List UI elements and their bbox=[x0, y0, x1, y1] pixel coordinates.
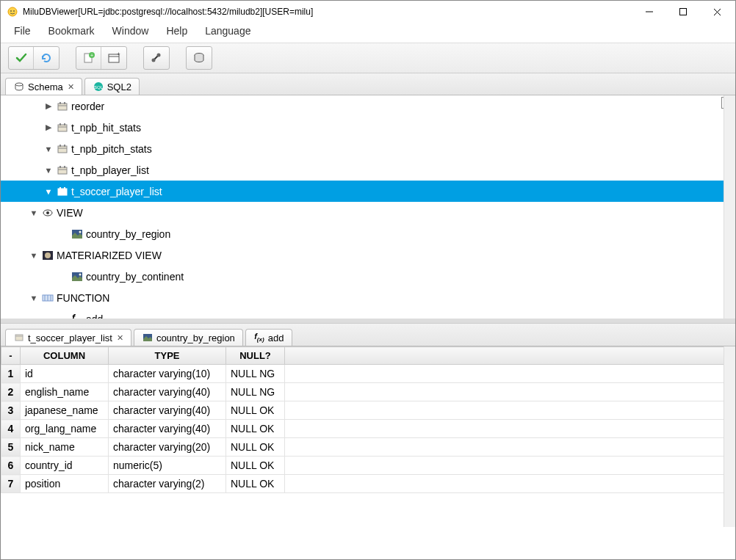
tab-label: country_by_region bbox=[156, 332, 235, 343]
eye-icon bbox=[42, 207, 54, 219]
bottom-tab-table[interactable]: t_soccer_player_list ✕ bbox=[5, 329, 131, 346]
tree-item[interactable]: ▶reorder bbox=[1, 95, 735, 117]
menu-bookmark[interactable]: Bookmark bbox=[48, 25, 95, 37]
tree-pane: 1 ▶reorder▶t_npb_hit_stats▼t_npb_pitch_s… bbox=[1, 95, 735, 323]
table-icon bbox=[57, 143, 68, 155]
svg-rect-31 bbox=[58, 167, 67, 174]
table-row[interactable]: 6country_idnumeric(5)NULL OK bbox=[1, 457, 735, 475]
column-cell: country_id bbox=[21, 457, 109, 475]
tree-item-label: FUNCTION bbox=[57, 292, 109, 304]
minimize-button[interactable] bbox=[632, 1, 666, 23]
col-header-null[interactable]: NULL? bbox=[226, 347, 285, 365]
svg-point-40 bbox=[46, 211, 49, 214]
tree-item-label: reorder bbox=[71, 101, 104, 112]
menu-window[interactable]: Window bbox=[112, 25, 149, 37]
connect-button[interactable] bbox=[144, 47, 169, 69]
tree-item[interactable]: f(x)add bbox=[1, 308, 735, 323]
disclosure-icon[interactable]: ▼ bbox=[43, 187, 54, 196]
col-header-column[interactable]: COLUMN bbox=[21, 347, 109, 365]
svg-point-16 bbox=[15, 83, 23, 86]
table-icon bbox=[13, 332, 25, 343]
svg-point-1 bbox=[10, 10, 12, 12]
tab-schema[interactable]: Schema ✕ bbox=[5, 78, 82, 95]
svg-rect-19 bbox=[58, 103, 67, 110]
rownum-cell: 4 bbox=[1, 420, 21, 438]
col-header-rownum[interactable]: - bbox=[1, 347, 21, 365]
close-icon[interactable]: ✕ bbox=[117, 333, 123, 343]
scrollbar[interactable] bbox=[724, 95, 735, 319]
confirm-button[interactable] bbox=[9, 47, 34, 69]
bottom-tab-view[interactable]: country_by_region bbox=[134, 329, 243, 346]
disclosure-icon[interactable]: ▼ bbox=[29, 294, 39, 302]
database-button[interactable] bbox=[187, 47, 212, 69]
col-header-type[interactable]: TYPE bbox=[109, 347, 226, 365]
svg-rect-25 bbox=[59, 123, 61, 126]
disclosure-icon[interactable]: ▶ bbox=[43, 123, 54, 132]
svg-rect-51 bbox=[15, 335, 23, 341]
tree-item[interactable]: country_by_region bbox=[1, 223, 735, 244]
rownum-cell: 3 bbox=[1, 401, 21, 420]
table-row[interactable]: 1idcharacter varying(10)NULL NG bbox=[1, 365, 735, 383]
maximize-button[interactable] bbox=[666, 1, 700, 23]
svg-rect-23 bbox=[58, 125, 67, 131]
new-file-button[interactable]: + bbox=[76, 47, 101, 69]
bottom-tab-func[interactable]: f(x) add bbox=[245, 329, 292, 346]
tree-item-label: t_npb_hit_stats bbox=[71, 122, 141, 134]
rownum-cell: 5 bbox=[1, 438, 21, 457]
table-icon bbox=[57, 101, 68, 112]
db-icon bbox=[13, 81, 25, 92]
refresh-button[interactable] bbox=[34, 47, 59, 69]
tab-label: Schema bbox=[28, 81, 63, 92]
empty-cell bbox=[285, 401, 735, 420]
table-row[interactable]: 3japanese_namecharacter varying(40)NULL … bbox=[1, 401, 735, 420]
null-cell: NULL OK bbox=[226, 475, 285, 493]
titlebar: MiluDBViewer[URL=jdbc:postgresql://local… bbox=[1, 1, 735, 23]
tree-item-label: VIEW bbox=[57, 207, 83, 219]
scrollbar[interactable] bbox=[724, 346, 735, 527]
tree-item-label: t_npb_pitch_stats bbox=[71, 143, 152, 155]
empty-cell bbox=[285, 383, 735, 401]
img2-icon bbox=[42, 250, 54, 261]
column-cell: japanese_name bbox=[21, 401, 109, 420]
rownum-cell: 1 bbox=[1, 365, 21, 383]
menu-file[interactable]: File bbox=[14, 25, 31, 37]
tree-item[interactable]: ▼VIEW bbox=[1, 202, 735, 223]
close-button[interactable] bbox=[700, 1, 734, 23]
disclosure-icon[interactable]: ▼ bbox=[43, 145, 54, 153]
tree-item[interactable]: country_by_continent bbox=[1, 266, 735, 287]
disclosure-icon[interactable]: ▼ bbox=[29, 251, 39, 260]
svg-rect-27 bbox=[58, 146, 67, 153]
type-cell: numeric(5) bbox=[109, 457, 226, 475]
svg-text:+: + bbox=[117, 51, 120, 57]
svg-point-42 bbox=[79, 230, 82, 233]
tab-label: SQL2 bbox=[107, 81, 131, 92]
tree-item-label: add bbox=[86, 313, 103, 324]
table-row[interactable]: 5nick_namecharacter varying(20)NULL OK bbox=[1, 438, 735, 457]
menu-language[interactable]: Language bbox=[205, 25, 250, 37]
column-cell: english_name bbox=[21, 383, 109, 401]
disclosure-icon[interactable]: ▼ bbox=[43, 166, 54, 175]
tree-item[interactable]: ▼MATERIARIZED VIEW bbox=[1, 244, 735, 266]
columns-table: - COLUMN TYPE NULL? 1idcharacter varying… bbox=[1, 346, 735, 493]
menu-help[interactable]: Help bbox=[166, 25, 187, 37]
null-cell: NULL NG bbox=[226, 383, 285, 401]
sql-icon: SQL bbox=[93, 81, 104, 92]
new-window-button[interactable]: + bbox=[101, 47, 126, 69]
window-title: MiluDBViewer[URL=jdbc:postgresql://local… bbox=[23, 7, 632, 17]
tree-item[interactable]: ▼t_npb_player_list bbox=[1, 159, 735, 181]
tab-sql2[interactable]: SQL SQL2 bbox=[84, 78, 140, 95]
disclosure-icon[interactable]: ▶ bbox=[43, 101, 54, 111]
table-row[interactable]: 7positioncharacter varying(2)NULL OK bbox=[1, 475, 735, 493]
tree-item[interactable]: ▶t_npb_hit_stats bbox=[1, 117, 735, 138]
tree-item[interactable]: ▼FUNCTION bbox=[1, 287, 735, 308]
table-row[interactable]: 4org_lang_namecharacter varying(40)NULL … bbox=[1, 420, 735, 438]
table-row[interactable]: 2english_namecharacter varying(40)NULL N… bbox=[1, 383, 735, 401]
svg-rect-26 bbox=[64, 123, 65, 126]
tree-item-label: country_by_region bbox=[86, 228, 170, 240]
tree-item[interactable]: ▼t_npb_pitch_stats bbox=[1, 138, 735, 159]
type-cell: character varying(20) bbox=[109, 438, 226, 457]
disclosure-icon[interactable]: ▼ bbox=[29, 208, 39, 217]
empty-cell bbox=[285, 438, 735, 457]
tree-item[interactable]: ▼t_soccer_player_list bbox=[1, 181, 735, 202]
close-icon[interactable]: ✕ bbox=[68, 82, 74, 92]
